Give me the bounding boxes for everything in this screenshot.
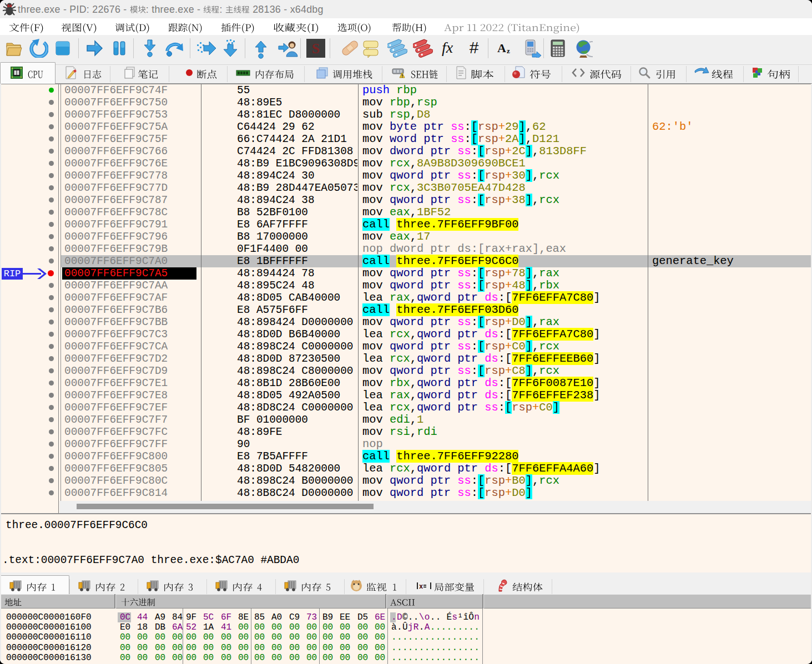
svg-text:z: z	[507, 47, 510, 55]
svg-text:A: A	[497, 41, 506, 55]
svg-text:64: 64	[7, 4, 12, 8]
svg-text:#: #	[470, 39, 479, 57]
svg-text:S: S	[312, 40, 320, 57]
svg-text:x: x	[419, 583, 423, 591]
svg-text:fx: fx	[442, 39, 453, 56]
